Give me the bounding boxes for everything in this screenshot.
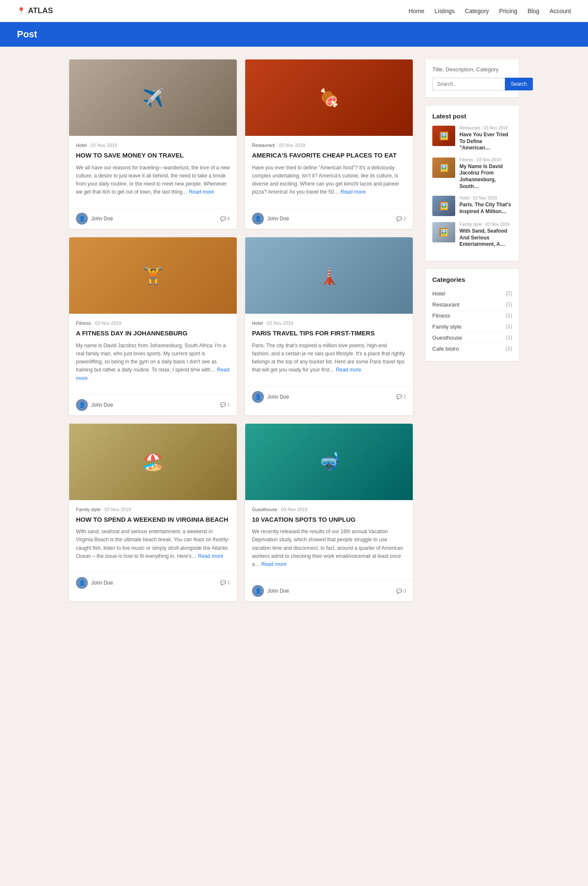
category-name: Fitness	[432, 312, 450, 319]
categories-section: Categories Hotel(2)Restaurant(1)Fitness(…	[426, 269, 519, 361]
post-image: 🤿	[245, 424, 413, 500]
avatar: 👤	[76, 399, 88, 411]
post-meta: Hotel · 03 Nov 2019	[252, 321, 406, 326]
author-name: John Doe	[91, 402, 113, 408]
post-body: Fitness · 03 Nov 2019A FITNESS DAY IN JO…	[69, 314, 237, 394]
latest-post-item[interactable]: 🖼️Fitness · 03 Nov 2019My Name Is David …	[432, 158, 512, 190]
author-name: John Doe	[267, 394, 289, 400]
post-footer: 👤John Doe💬 2	[69, 572, 237, 593]
latest-post-meta: Family style · 03 Nov 2019	[459, 222, 512, 227]
search-button[interactable]: Search	[505, 78, 533, 90]
category-count: (1)	[506, 301, 512, 308]
post-image: 🍖	[245, 59, 413, 136]
category-name: Hotel	[432, 290, 445, 297]
post-category: Hotel	[76, 143, 87, 148]
post-card: 🏖️Family style · 03 Nov 2019HOW TO SPEND…	[69, 424, 237, 601]
post-image: 🏋️	[69, 237, 237, 314]
post-meta: Restaurant · 03 Nov 2019	[252, 143, 406, 148]
post-footer: 👤John Doe💬 2	[245, 386, 413, 407]
post-author: 👤John Doe	[252, 213, 289, 225]
nav-item-blog[interactable]: Blog	[527, 7, 539, 15]
page-title: Post	[17, 29, 571, 40]
nav-item-category[interactable]: Category	[465, 7, 489, 15]
latest-post-thumb: 🖼️	[432, 126, 455, 146]
category-row[interactable]: Family style(1)	[432, 321, 512, 332]
latest-post-item[interactable]: 🖼️Family style · 03 Nov 2019With Sand, S…	[432, 222, 512, 248]
latest-post-info: Hotel · 03 Nov 2019Paris. The City That'…	[459, 196, 512, 216]
latest-post-meta: Restaurant · 03 Nov 2019	[459, 126, 512, 130]
nav-item-pricing[interactable]: Pricing	[499, 7, 518, 15]
category-row[interactable]: Guesthouse(1)	[432, 332, 512, 343]
post-category: Restaurant	[252, 143, 275, 148]
post-body: Hotel · 02 Nov 2019HOW TO SAVE MONEY ON …	[69, 136, 237, 208]
post-title: HOW TO SPEND A WEEKEND IN VIRGINIA BEACH	[76, 515, 230, 524]
post-author: 👤John Doe	[76, 577, 113, 589]
latest-post-title: Paris. The City That's Inspired A Millio…	[459, 202, 512, 215]
post-title: HOW TO SAVE MONEY ON TRAVEL	[76, 151, 230, 160]
comment-count: 💬 2	[220, 580, 230, 585]
category-count: (1)	[506, 335, 512, 341]
category-name: Restaurant	[432, 301, 459, 308]
nav-link-category[interactable]: Category	[465, 8, 489, 14]
read-more-link[interactable]: Read more	[189, 189, 214, 195]
category-count: (1)	[506, 346, 512, 352]
latest-post-info: Restaurant · 03 Nov 2019Have You Ever Tr…	[459, 126, 512, 152]
latest-post-heading: Latest post	[432, 113, 512, 120]
post-card: 🗼Hotel · 03 Nov 2019PARIS TRAVEL TIPS FO…	[245, 237, 413, 415]
author-name: John Doe	[91, 216, 113, 222]
latest-post-item[interactable]: 🖼️Hotel · 03 Nov 2019Paris. The City Tha…	[432, 196, 512, 216]
post-title: AMERICA'S FAVORITE CHEAP PLACES TO EAT	[252, 151, 406, 160]
post-card: ✈️Hotel · 02 Nov 2019HOW TO SAVE MONEY O…	[69, 59, 237, 229]
category-row[interactable]: Restaurant(1)	[432, 299, 512, 310]
category-row[interactable]: Cafe bistro(1)	[432, 343, 512, 354]
category-count: (1)	[506, 323, 512, 330]
nav-link-home[interactable]: Home	[409, 8, 424, 14]
post-category: Family style	[76, 507, 101, 512]
latest-post-item[interactable]: 🖼️Restaurant · 03 Nov 2019Have You Ever …	[432, 126, 512, 152]
search-input[interactable]	[432, 78, 505, 90]
site-logo[interactable]: 📍 ATLAS	[17, 6, 53, 15]
read-more-link[interactable]: Read more	[76, 367, 229, 381]
read-more-link[interactable]: Read more	[336, 367, 361, 373]
category-count: (1)	[506, 312, 512, 319]
post-body: Family style · 03 Nov 2019HOW TO SPEND A…	[69, 500, 237, 572]
post-author: 👤John Doe	[252, 391, 289, 403]
nav-item-listings[interactable]: Listings	[434, 7, 454, 15]
post-excerpt: We all have our reasons for traveling—wa…	[76, 164, 230, 197]
nav-link-pricing[interactable]: Pricing	[499, 8, 518, 14]
read-more-link[interactable]: Read more	[261, 561, 286, 567]
comment-count: 💬 2	[396, 216, 406, 222]
avatar: 👤	[76, 577, 88, 589]
latest-post-section: Latest post 🖼️Restaurant · 03 Nov 2019Ha…	[426, 106, 519, 261]
avatar: 👤	[252, 391, 264, 403]
nav-link-listings[interactable]: Listings	[434, 8, 454, 14]
post-footer: 👤John Doe💬 1	[69, 394, 237, 415]
category-name: Guesthouse	[432, 335, 462, 341]
category-name: Cafe bistro	[432, 346, 459, 352]
post-card: 🤿Guesthouse · 03 Nov 201910 VACATION SPO…	[245, 424, 413, 601]
read-more-link[interactable]: Read more	[341, 189, 366, 195]
nav-link-account[interactable]: Account	[549, 8, 571, 14]
author-name: John Doe	[267, 588, 289, 594]
search-label: Title, Description, Category	[432, 66, 512, 73]
sidebar: Title, Description, Category Search Late…	[426, 59, 519, 601]
category-count: (2)	[506, 290, 512, 297]
category-row[interactable]: Fitness(1)	[432, 310, 512, 321]
nav-link-blog[interactable]: Blog	[527, 8, 539, 14]
comment-count: 💬 2	[396, 394, 406, 399]
post-body: Guesthouse · 03 Nov 201910 VACATION SPOT…	[245, 500, 413, 580]
post-meta: Family style · 03 Nov 2019	[76, 507, 230, 512]
category-row[interactable]: Hotel(2)	[432, 288, 512, 299]
nav-links: HomeListingsCategoryPricingBlogAccount	[409, 7, 571, 15]
latest-post-meta: Fitness · 03 Nov 2019	[459, 158, 512, 162]
category-name: Family style	[432, 323, 462, 330]
author-name: John Doe	[91, 580, 113, 586]
comment-count: 💬 0	[396, 588, 406, 594]
avatar: 👤	[76, 213, 88, 225]
categories-heading: Categories	[432, 276, 512, 283]
nav-item-home[interactable]: Home	[409, 7, 424, 15]
post-author: 👤John Doe	[252, 585, 289, 597]
nav-item-account[interactable]: Account	[549, 7, 571, 15]
read-more-link[interactable]: Read more	[198, 553, 223, 559]
post-body: Restaurant · 03 Nov 2019AMERICA'S FAVORI…	[245, 136, 413, 208]
